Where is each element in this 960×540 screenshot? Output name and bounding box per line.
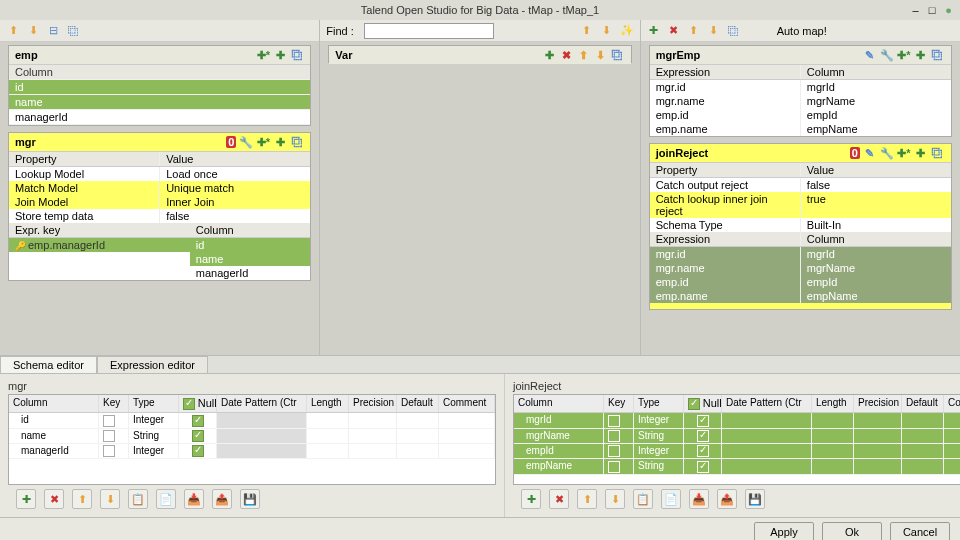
nullable-all-checkbox[interactable]: [688, 398, 700, 410]
expr-key-cell[interactable]: 🔑emp.managerId: [9, 238, 190, 252]
out-expr[interactable]: emp.name: [650, 122, 801, 136]
error-badge-icon[interactable]: 0: [226, 136, 236, 148]
out-col[interactable]: mgrName: [801, 261, 951, 275]
minimize-icon[interactable]: –: [913, 4, 919, 16]
maximize-icon[interactable]: □: [929, 4, 936, 16]
add-column-icon[interactable]: ✚: [273, 48, 287, 62]
import-button[interactable]: 📥: [184, 489, 204, 509]
table-row[interactable]: idInteger: [9, 413, 495, 428]
th-date[interactable]: Date Pattern (Ctr: [217, 395, 307, 412]
error-badge-icon[interactable]: 0: [850, 147, 860, 159]
tab-expression-editor[interactable]: Expression editor: [97, 356, 208, 373]
out-col[interactable]: empName: [801, 122, 951, 136]
arrow-down-icon[interactable]: ⬇: [600, 24, 614, 38]
ok-button[interactable]: Ok: [822, 522, 882, 540]
copy-button[interactable]: 📋: [633, 489, 653, 509]
add-column-icon[interactable]: ✚: [914, 146, 928, 160]
jr-val[interactable]: Built-In: [801, 218, 951, 232]
import-button[interactable]: 📥: [689, 489, 709, 509]
th-date[interactable]: Date Pattern (Ctr: [722, 395, 812, 412]
wrench-icon[interactable]: 🔧: [239, 135, 253, 149]
table-row[interactable]: nameString: [9, 429, 495, 444]
out-col[interactable]: empId: [801, 275, 951, 289]
panel-menu-icon[interactable]: ⿻: [611, 48, 625, 62]
remove-icon[interactable]: ✖: [667, 24, 681, 38]
find-input[interactable]: [364, 23, 494, 39]
out-expr[interactable]: emp.id: [650, 275, 801, 289]
add-button[interactable]: ✚: [16, 489, 36, 509]
table-row[interactable]: empNameString: [514, 459, 960, 474]
mgr-val[interactable]: Unique match: [160, 181, 310, 195]
th-key[interactable]: Key: [99, 395, 129, 412]
out-expr[interactable]: mgr.id: [650, 80, 801, 94]
highlight-icon[interactable]: ✨: [620, 24, 634, 38]
add-icon[interactable]: ✚*: [897, 146, 911, 160]
th-column[interactable]: Column: [9, 395, 99, 412]
expr-col-cell[interactable]: id: [190, 238, 311, 252]
save-button[interactable]: 💾: [745, 489, 765, 509]
mgr-val[interactable]: Load once: [160, 167, 310, 181]
add-icon[interactable]: ✚: [647, 24, 661, 38]
close-icon[interactable]: ●: [945, 4, 952, 16]
panel-menu-icon[interactable]: ⿻: [290, 48, 304, 62]
out-expr[interactable]: emp.name: [650, 289, 801, 303]
th-com[interactable]: Comment: [439, 395, 495, 412]
cancel-button[interactable]: Cancel: [890, 522, 950, 540]
mgr-val[interactable]: Inner Join: [160, 195, 310, 209]
table-row[interactable]: managerIdInteger: [9, 444, 495, 459]
out-expr[interactable]: mgr.name: [650, 94, 801, 108]
emp-row-managerid[interactable]: managerId: [9, 110, 310, 125]
restore-panel-icon[interactable]: ⿻: [66, 24, 80, 38]
add-icon[interactable]: ✚: [543, 48, 557, 62]
emp-row-name[interactable]: name: [9, 95, 310, 110]
pencil-icon[interactable]: ✎: [863, 48, 877, 62]
jr-val[interactable]: true: [801, 192, 951, 218]
remove-icon[interactable]: ✖: [560, 48, 574, 62]
nullable-all-checkbox[interactable]: [183, 398, 195, 410]
emp-row-id[interactable]: id: [9, 80, 310, 95]
pencil-icon[interactable]: ✎: [863, 146, 877, 160]
th-type[interactable]: Type: [634, 395, 684, 412]
tab-schema-editor[interactable]: Schema editor: [0, 356, 97, 373]
add-icon[interactable]: ✚*: [897, 48, 911, 62]
th-def[interactable]: Default: [397, 395, 439, 412]
arrow-down-icon[interactable]: ⬇: [594, 48, 608, 62]
wrench-icon[interactable]: 🔧: [880, 146, 894, 160]
th-prec[interactable]: Precision: [349, 395, 397, 412]
arrow-up-icon[interactable]: ⬆: [6, 24, 20, 38]
automap-button[interactable]: Auto map!: [777, 25, 827, 37]
move-up-button[interactable]: ⬆: [72, 489, 92, 509]
expr-key-cell[interactable]: [9, 266, 190, 280]
export-button[interactable]: 📤: [717, 489, 737, 509]
move-up-button[interactable]: ⬆: [577, 489, 597, 509]
out-col[interactable]: empName: [801, 289, 951, 303]
th-column[interactable]: Column: [514, 395, 604, 412]
add-column-icon[interactable]: ✚: [273, 135, 287, 149]
out-expr[interactable]: mgr.name: [650, 261, 801, 275]
expr-col-cell[interactable]: name: [190, 252, 311, 266]
out-col[interactable]: empId: [801, 108, 951, 122]
arrow-up-icon[interactable]: ⬆: [687, 24, 701, 38]
th-type[interactable]: Type: [129, 395, 179, 412]
arrow-down-icon[interactable]: ⬇: [707, 24, 721, 38]
th-def[interactable]: Default: [902, 395, 944, 412]
wrench-icon[interactable]: 🔧: [880, 48, 894, 62]
expr-key-cell[interactable]: [9, 252, 190, 266]
remove-button[interactable]: ✖: [44, 489, 64, 509]
th-len[interactable]: Length: [307, 395, 349, 412]
mgr-val[interactable]: false: [160, 209, 310, 223]
panel-menu-icon[interactable]: ⿻: [931, 48, 945, 62]
arrow-up-icon[interactable]: ⬆: [577, 48, 591, 62]
panel-menu-icon[interactable]: ⿻: [931, 146, 945, 160]
paste-button[interactable]: 📄: [661, 489, 681, 509]
th-key[interactable]: Key: [604, 395, 634, 412]
export-button[interactable]: 📤: [212, 489, 232, 509]
move-down-button[interactable]: ⬇: [100, 489, 120, 509]
apply-button[interactable]: Apply: [754, 522, 814, 540]
table-row[interactable]: empIdInteger: [514, 444, 960, 459]
th-len[interactable]: Length: [812, 395, 854, 412]
expr-col-cell[interactable]: managerId: [190, 266, 311, 280]
th-com[interactable]: Comment: [944, 395, 960, 412]
table-row[interactable]: mgrNameString: [514, 429, 960, 444]
add-column-icon[interactable]: ✚: [914, 48, 928, 62]
